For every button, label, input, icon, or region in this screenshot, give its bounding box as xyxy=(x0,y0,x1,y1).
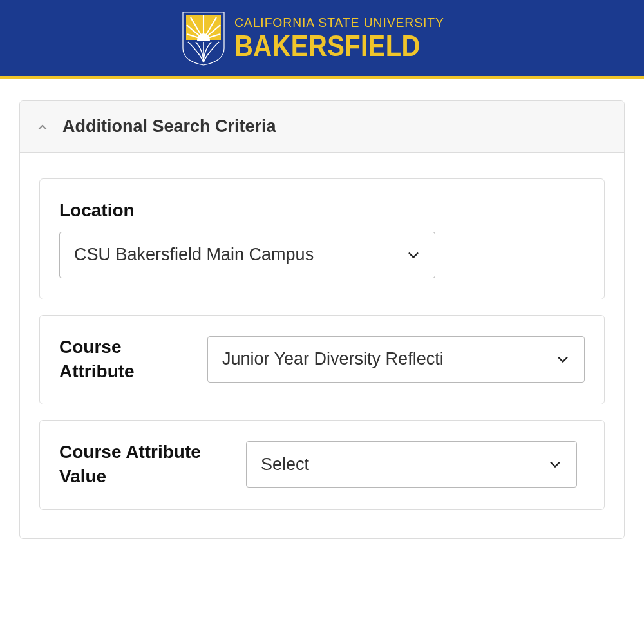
course-attribute-select[interactable]: Junior Year Diversity Reflecti xyxy=(207,336,585,383)
university-name-line2: BAKERSFIELD xyxy=(234,30,428,61)
course-attribute-value-label: Course Attribute Value xyxy=(59,440,227,489)
additional-search-criteria-panel: Additional Search Criteria Location CSU … xyxy=(19,100,625,539)
location-select[interactable]: CSU Bakersfield Main Campus xyxy=(59,232,435,278)
panel-toggle-header[interactable]: Additional Search Criteria xyxy=(20,101,624,153)
panel-title: Additional Search Criteria xyxy=(62,117,276,137)
university-name: CALIFORNIA STATE UNIVERSITY BAKERSFIELD xyxy=(234,15,462,61)
location-select-value: CSU Bakersfield Main Campus xyxy=(74,245,314,265)
course-attribute-field-card: Course Attribute Junior Year Diversity R… xyxy=(39,315,605,405)
chevron-down-icon xyxy=(548,457,562,471)
course-attribute-value-field-card: Course Attribute Value Select xyxy=(39,420,605,510)
course-attribute-value-select[interactable]: Select xyxy=(246,441,577,488)
university-shield-logo xyxy=(182,11,225,66)
chevron-down-icon xyxy=(406,248,421,262)
location-field-card: Location CSU Bakersfield Main Campus xyxy=(39,178,605,299)
panel-body: Location CSU Bakersfield Main Campus Cou… xyxy=(20,153,624,538)
chevron-down-icon xyxy=(556,352,570,366)
course-attribute-select-value: Junior Year Diversity Reflecti xyxy=(222,349,444,369)
course-attribute-value-select-value: Select xyxy=(261,455,309,475)
location-label: Location xyxy=(59,198,585,223)
university-name-line1: CALIFORNIA STATE UNIVERSITY xyxy=(234,15,444,29)
site-header: CALIFORNIA STATE UNIVERSITY BAKERSFIELD xyxy=(0,0,644,79)
chevron-up-icon xyxy=(37,121,48,133)
course-attribute-label: Course Attribute xyxy=(59,335,188,384)
